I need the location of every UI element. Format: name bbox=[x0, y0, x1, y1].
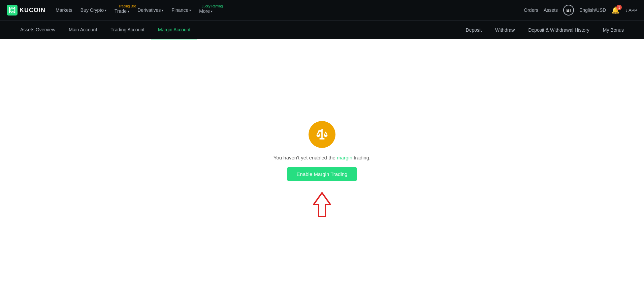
nav-item-markets[interactable]: Markets bbox=[52, 5, 76, 16]
nav-right: Orders Assets BI English/USD 🔔 1 ↓ APP bbox=[524, 5, 637, 16]
withdraw-action[interactable]: Withdraw bbox=[488, 21, 521, 39]
notification-button[interactable]: 🔔 1 bbox=[611, 6, 620, 14]
trading-bot-badge: Trading Bot bbox=[119, 4, 136, 8]
chevron-down-icon: ▾ bbox=[189, 8, 191, 12]
orders-link[interactable]: Orders bbox=[524, 7, 538, 13]
sub-nav-actions: Deposit Withdraw Deposit & Withdrawal Hi… bbox=[459, 21, 631, 39]
empty-state: You haven't yet enabled the margin tradi… bbox=[273, 121, 371, 219]
sub-nav-items: Assets Overview Main Account Trading Acc… bbox=[13, 21, 459, 39]
margin-highlight: margin bbox=[337, 155, 352, 160]
deposit-action[interactable]: Deposit bbox=[459, 21, 488, 39]
chevron-down-icon: ▾ bbox=[211, 9, 213, 13]
chevron-down-icon: ▾ bbox=[162, 8, 163, 12]
chevron-down-icon: ▾ bbox=[105, 8, 106, 12]
sub-nav-item-main-account[interactable]: Main Account bbox=[62, 21, 104, 39]
nav-item-finance[interactable]: Finance ▾ bbox=[168, 5, 194, 16]
enable-margin-trading-button[interactable]: Enable Margin Trading bbox=[287, 167, 357, 181]
empty-message: You haven't yet enabled the margin tradi… bbox=[273, 155, 371, 160]
sub-nav-item-trading-account[interactable]: Trading Account bbox=[104, 21, 151, 39]
top-navigation: KUCOIN Markets Buy Crypto ▾ Trading Bot … bbox=[0, 0, 644, 20]
sub-nav-item-assets-overview[interactable]: Assets Overview bbox=[13, 21, 62, 39]
svg-rect-0 bbox=[7, 5, 18, 16]
download-app-button[interactable]: ↓ APP bbox=[625, 8, 637, 13]
kucoin-logo-icon bbox=[7, 5, 18, 16]
logo[interactable]: KUCOIN bbox=[7, 5, 45, 16]
balance-scale-icon bbox=[315, 127, 329, 142]
nav-item-derivatives[interactable]: Derivatives ▾ bbox=[134, 5, 167, 16]
nav-item-more[interactable]: Lucky Raffling More ▾ bbox=[196, 4, 216, 17]
deposit-withdrawal-history-action[interactable]: Deposit & Withdrawal History bbox=[521, 21, 596, 39]
user-avatar[interactable]: BI bbox=[563, 5, 574, 16]
arrow-annotation bbox=[310, 191, 334, 219]
nav-item-buy-crypto[interactable]: Buy Crypto ▾ bbox=[77, 5, 110, 16]
svg-marker-1 bbox=[314, 193, 330, 216]
nav-items: Markets Buy Crypto ▾ Trading Bot Trade ▾… bbox=[52, 4, 524, 17]
download-icon: ↓ bbox=[625, 8, 627, 13]
margin-icon-circle bbox=[309, 121, 335, 148]
chevron-down-icon: ▾ bbox=[128, 9, 129, 13]
main-content: You haven't yet enabled the margin tradi… bbox=[0, 39, 644, 301]
sub-nav-item-margin-account[interactable]: Margin Account bbox=[151, 21, 197, 39]
my-bonus-action[interactable]: My Bonus bbox=[596, 21, 631, 39]
nav-item-trade[interactable]: Trading Bot Trade ▾ bbox=[111, 4, 133, 17]
lucky-raffling-badge: Lucky Raffling bbox=[202, 4, 223, 8]
brand-name: KUCOIN bbox=[20, 7, 45, 14]
assets-link[interactable]: Assets bbox=[544, 7, 558, 13]
sub-navigation: Assets Overview Main Account Trading Acc… bbox=[0, 20, 644, 39]
locale-selector[interactable]: English/USD bbox=[579, 7, 606, 13]
notification-badge: 1 bbox=[616, 5, 622, 10]
